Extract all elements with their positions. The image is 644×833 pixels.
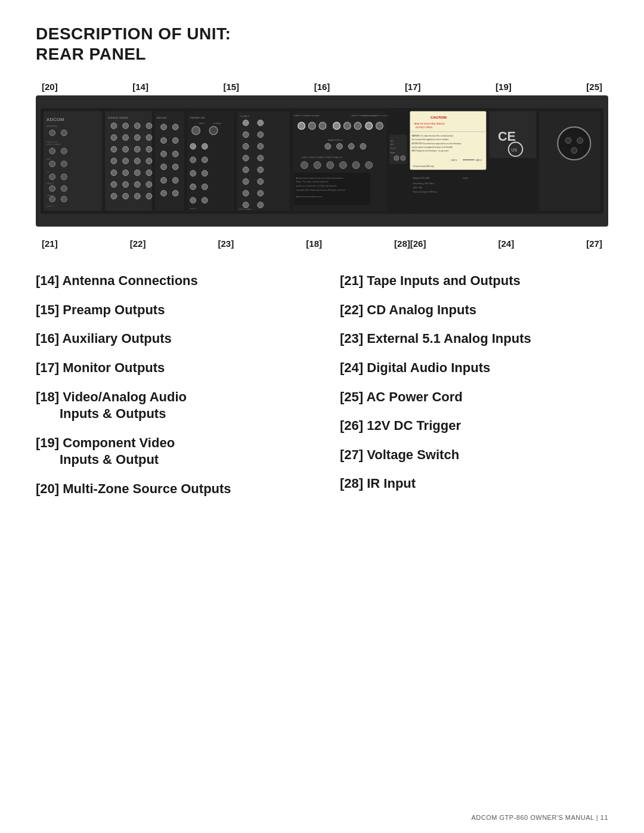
- svg-point-64: [172, 178, 178, 184]
- svg-point-4: [49, 130, 55, 136]
- svg-point-92: [243, 155, 249, 161]
- svg-point-93: [258, 155, 264, 161]
- svg-point-73: [190, 144, 196, 150]
- svg-point-80: [202, 184, 208, 190]
- svg-text:CAUTION: CAUTION: [431, 116, 447, 119]
- svg-text:ne pas exposer cet appareil à : ne pas exposer cet appareil à la pluie o…: [411, 147, 453, 149]
- svg-text:12v DC: 12v DC: [390, 148, 397, 150]
- desc-item-14: [14] Antenna Connections: [36, 267, 304, 296]
- svg-point-108: [308, 122, 315, 129]
- label-19: [19]: [496, 82, 512, 92]
- svg-point-25: [111, 123, 117, 129]
- svg-point-78: [202, 171, 208, 176]
- svg-point-167: [577, 138, 583, 144]
- svg-point-43: [134, 170, 140, 176]
- svg-text:symbol are trademarks of Dolby: symbol are trademarks of Dolby Laborator…: [296, 185, 338, 187]
- svg-point-28: [146, 123, 152, 129]
- svg-point-62: [172, 164, 178, 170]
- desc-item-24: [24] Digital Audio Inputs: [340, 354, 608, 383]
- svg-text:AVIS: Risque de choc électriqu: AVIS: Risque de choc électrique - ne pas…: [411, 150, 448, 152]
- svg-point-121: [301, 162, 308, 169]
- svg-point-48: [146, 182, 152, 188]
- description-section: [14] Antenna Connections [15] Preamp Out…: [36, 267, 608, 503]
- svg-point-15: [61, 174, 67, 180]
- svg-text:US: US: [512, 148, 518, 152]
- svg-point-79: [190, 184, 196, 190]
- desc-item-20: [20] Multi-Zone Source Outputs: [36, 475, 304, 504]
- svg-point-41: [111, 170, 117, 176]
- panel-svg: ADCOM antenna multi-zone source output t…: [41, 103, 603, 219]
- desc-item-16: [16] Auxiliary Outputs: [36, 324, 304, 354]
- desc-item-26: [26] 12V DC Trigger: [340, 411, 608, 441]
- svg-text:Copyright 1987 Dolby Laborator: Copyright 1987 Dolby Laboratories. All r…: [296, 189, 345, 191]
- svg-text:video 1 component input: video 1 component input: [294, 114, 320, 117]
- svg-point-11: [49, 161, 55, 167]
- rear-panel-image: ADCOM antenna multi-zone source output t…: [36, 95, 608, 227]
- desc-item-23: [23] External 5.1 Analog Inputs: [340, 324, 608, 354]
- svg-point-56: [172, 124, 178, 130]
- label-23: [23]: [218, 239, 234, 249]
- svg-point-38: [123, 158, 129, 164]
- svg-point-89: [258, 132, 264, 138]
- svg-point-119: [360, 144, 366, 150]
- svg-text:serial #: serial #: [463, 177, 469, 179]
- svg-point-166: [565, 138, 571, 144]
- svg-point-165: [558, 127, 590, 160]
- svg-point-91: [258, 144, 264, 150]
- svg-point-5: [61, 130, 67, 136]
- svg-point-101: [258, 202, 264, 208]
- svg-text:digital audio in: digital audio in: [328, 138, 343, 141]
- svg-text:120 V: 120 V: [451, 159, 457, 162]
- svg-point-42: [123, 170, 129, 176]
- svg-text:CE: CE: [498, 129, 516, 144]
- bottom-labels-row: [21] [22] [23] [18] [28][26] [24] [27]: [36, 239, 608, 249]
- svg-point-26: [123, 123, 129, 129]
- svg-text:US and Canada 120V only:: US and Canada 120V only:: [413, 165, 434, 168]
- svg-text:ATTENTION: Pour éviter tous ri: ATTENTION: Pour éviter tous risques de f…: [411, 143, 462, 145]
- svg-text:preamp outputs: preamp outputs: [108, 116, 129, 119]
- svg-point-36: [146, 147, 152, 153]
- svg-point-139: [401, 156, 405, 160]
- svg-point-47: [134, 182, 140, 188]
- svg-point-59: [161, 151, 167, 157]
- svg-text:s-video: s-video: [213, 122, 221, 125]
- svg-text:do not expose this appliance t: do not expose this appliance to rain or …: [411, 138, 449, 141]
- svg-point-77: [190, 171, 196, 176]
- svg-text:aux-out: aux-out: [157, 116, 167, 119]
- svg-text:230V~ 50Hz: 230V~ 50Hz: [413, 187, 423, 189]
- svg-point-14: [49, 174, 55, 180]
- svg-point-87: [258, 120, 264, 126]
- svg-point-50: [123, 193, 129, 199]
- svg-point-114: [376, 122, 383, 129]
- top-labels-row: [20] [14] [15] [16] [17] [19] [25]: [36, 82, 608, 92]
- svg-text:video component output: video component output: [363, 114, 389, 117]
- svg-text:tape: tape: [47, 157, 51, 160]
- svg-point-34: [123, 147, 129, 153]
- svg-point-81: [190, 197, 196, 203]
- svg-point-27: [134, 123, 140, 129]
- svg-point-94: [243, 167, 249, 173]
- svg-point-18: [61, 185, 67, 191]
- svg-point-31: [134, 135, 140, 141]
- svg-text:antenna: antenna: [47, 125, 57, 128]
- label-28-26: [28][26]: [394, 239, 426, 249]
- svg-point-125: [352, 162, 360, 169]
- svg-point-61: [161, 164, 167, 170]
- desc-item-27: [27] Voltage Switch: [340, 441, 608, 470]
- page-footer: ADCOM GTP-860 OWNER'S MANUAL | 11: [472, 814, 608, 821]
- label-20: [20]: [42, 82, 58, 92]
- svg-point-60: [172, 151, 178, 157]
- svg-point-88: [243, 132, 249, 138]
- svg-text:video 3: video 3: [47, 205, 54, 208]
- svg-point-118: [348, 144, 354, 150]
- page-title: DESCRIPTION OF UNIT: REAR PANEL: [36, 24, 608, 64]
- desc-item-19: [19] Component Video Inputs & Output: [36, 429, 304, 475]
- svg-point-74: [202, 144, 208, 150]
- label-24: [24]: [499, 239, 515, 249]
- svg-point-76: [202, 157, 208, 163]
- label-25: [25]: [586, 82, 602, 92]
- svg-point-55: [161, 124, 167, 130]
- desc-item-15: [15] Preamp Outputs: [36, 296, 304, 325]
- svg-text:monitor out: monitor out: [190, 116, 205, 119]
- label-21: [21]: [42, 239, 58, 249]
